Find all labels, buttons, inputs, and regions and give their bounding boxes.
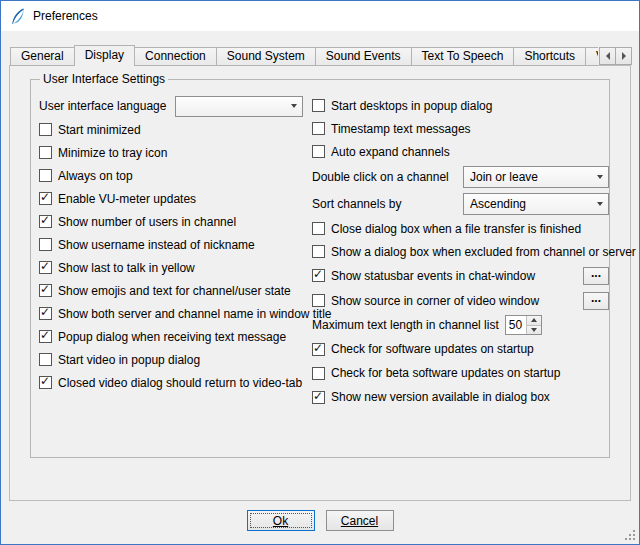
max-text-length-spinbox[interactable]: 50 [505,315,542,335]
checkbox-popup-dialog-on-text-message[interactable]: ✓ Popup dialog when receiving text messa… [39,325,303,348]
checkbox-box[interactable]: ✓ [312,391,325,404]
ok-button-label: Ok [273,514,288,528]
checkbox-label: Show emojis and text for channel/user st… [58,284,291,298]
max-text-length-label: Maximum text length in channel list [312,318,499,332]
double-click-combobox-value: Join or leave [470,170,591,184]
checkbox-box[interactable]: ✓ [39,353,52,366]
chevron-right-icon [622,52,626,60]
checkbox-show-username-instead-of-nickname[interactable]: ✓ Show username instead of nickname [39,233,303,256]
spinbox-value: 50 [506,316,526,334]
checkbox-box[interactable]: ✓ [39,261,52,274]
checkbox-box[interactable]: ✓ [312,99,325,112]
checkbox-box[interactable]: ✓ [312,367,325,380]
check-icon: ✓ [40,328,50,342]
sort-channels-combobox[interactable]: Ascending [463,193,609,215]
checkbox-box[interactable]: ✓ [312,294,325,307]
max-text-length-row: Maximum text length in channel list 50 [312,313,609,337]
video-source-ellipsis-button[interactable]: ... [583,292,609,310]
display-tab-page: User Interface Settings User interface l… [9,65,631,501]
chevron-down-icon [531,328,537,332]
checkbox-box[interactable]: ✓ [312,245,325,258]
spin-down-button[interactable] [527,325,541,335]
checkbox-label: Show source in corner of video window [331,294,539,308]
checkbox-box[interactable]: ✓ [312,145,325,158]
checkbox-box[interactable]: ✓ [39,238,52,251]
tab-video[interactable]: Video [585,47,598,66]
checkbox-check-beta-software-updates[interactable]: ✓ Check for beta software updates on sta… [312,361,609,385]
checkbox-start-desktops-in-popup-dialog[interactable]: ✓ Start desktops in popup dialog [312,94,609,117]
checkbox-timestamp-text-messages[interactable]: ✓ Timestamp text messages [312,117,609,140]
tab-scroll [599,47,632,65]
checkbox-show-emojis-and-text-for-state[interactable]: ✓ Show emojis and text for channel/user … [39,279,303,302]
checkbox-show-last-to-talk-in-yellow[interactable]: ✓ Show last to talk in yellow [39,256,303,279]
checkbox-show-dialog-when-excluded[interactable]: ✓ Show a dialog box when excluded from c… [312,240,609,263]
user-interface-settings-group: User Interface Settings User interface l… [30,79,610,458]
checkbox-box[interactable]: ✓ [39,169,52,182]
checkbox-box[interactable]: ✓ [39,146,52,159]
tab-sound-events[interactable]: Sound Events [315,47,412,66]
checkbox-box[interactable]: ✓ [39,284,52,297]
checkbox-start-video-in-popup-dialog[interactable]: ✓ Start video in popup dialog [39,348,303,371]
checkbox-box[interactable]: ✓ [39,192,52,205]
double-click-combobox[interactable]: Join or leave [463,166,609,188]
checkbox-start-minimized[interactable]: ✓ Start minimized [39,118,303,141]
titlebar[interactable]: Preferences [1,1,639,31]
tab-general[interactable]: General [10,47,75,66]
checkbox-box[interactable]: ✓ [39,123,52,136]
checkbox-label: Timestamp text messages [331,122,471,136]
checkbox-label: Start desktops in popup dialog [331,99,492,113]
checkbox-always-on-top[interactable]: ✓ Always on top [39,164,303,187]
checkbox-label: Show last to talk in yellow [58,261,195,275]
checkbox-label: Start minimized [58,123,141,137]
checkbox-box[interactable]: ✓ [39,307,52,320]
checkbox-minimize-to-tray-icon[interactable]: ✓ Minimize to tray icon [39,141,303,164]
checkbox-show-source-corner-video[interactable]: ✓ Show source in corner of video window … [312,288,609,313]
statusbar-events-ellipsis-button[interactable]: ... [583,267,609,285]
cancel-button-label: Cancel [341,514,378,528]
checkbox-label: Popup dialog when receiving text message [58,330,286,344]
checkbox-box[interactable]: ✓ [312,269,325,282]
spinbox-buttons [526,316,541,334]
checkbox-check-software-updates[interactable]: ✓ Check for software updates on startup [312,337,609,361]
ok-button[interactable]: Ok [247,510,315,531]
checkbox-box[interactable]: ✓ [39,330,52,343]
language-label: User interface language [39,99,166,113]
double-click-row: Double click on a channel Join or leave [312,163,609,190]
resize-grip[interactable] [624,529,637,542]
checkbox-show-statusbar-events[interactable]: ✓ Show statusbar events in chat-window .… [312,263,609,288]
double-click-label: Double click on a channel [312,170,449,184]
tab-sound-system[interactable]: Sound System [216,47,316,66]
tab-shortcuts[interactable]: Shortcuts [513,47,586,66]
checkbox-close-dialog-on-file-transfer-finished[interactable]: ✓ Close dialog box when a file transfer … [312,217,609,240]
checkbox-box[interactable]: ✓ [312,343,325,356]
checkbox-label: Closed video dialog should return to vid… [58,376,302,390]
checkbox-box[interactable]: ✓ [312,222,325,235]
left-column: User interface language ✓ Start minimize… [39,94,303,394]
checkbox-box[interactable]: ✓ [39,215,52,228]
check-icon: ✓ [40,374,50,388]
check-icon: ✓ [40,305,50,319]
chevron-down-icon [285,97,302,116]
checkbox-label: Always on top [58,169,133,183]
chevron-left-icon [606,52,610,60]
tab-connection[interactable]: Connection [134,47,217,66]
cancel-button[interactable]: Cancel [326,510,394,531]
tab-text-to-speech[interactable]: Text To Speech [411,47,515,66]
checkbox-show-number-of-users-in-channel[interactable]: ✓ Show number of users in channel [39,210,303,233]
checkbox-auto-expand-channels[interactable]: ✓ Auto expand channels [312,140,609,163]
checkbox-show-new-version-in-dialog[interactable]: ✓ Show new version available in dialog b… [312,385,609,409]
checkbox-box[interactable]: ✓ [312,122,325,135]
dialog-buttons: Ok Cancel [1,510,639,531]
check-icon: ✓ [40,190,50,204]
tab-display[interactable]: Display [74,45,135,66]
checkbox-box[interactable]: ✓ [39,376,52,389]
checkbox-closed-video-return-to-video-tab[interactable]: ✓ Closed video dialog should return to v… [39,371,303,394]
tab-scroll-right-button[interactable] [615,47,632,65]
tab-scroll-left-button[interactable] [599,47,616,65]
checkbox-show-server-and-channel-in-title[interactable]: ✓ Show both server and channel name in w… [39,302,303,325]
checkbox-label: Show number of users in channel [58,215,236,229]
language-combobox[interactable] [175,96,303,117]
spin-up-button[interactable] [527,316,541,325]
checkbox-label: Enable VU-meter updates [58,192,196,206]
checkbox-enable-vu-meter-updates[interactable]: ✓ Enable VU-meter updates [39,187,303,210]
